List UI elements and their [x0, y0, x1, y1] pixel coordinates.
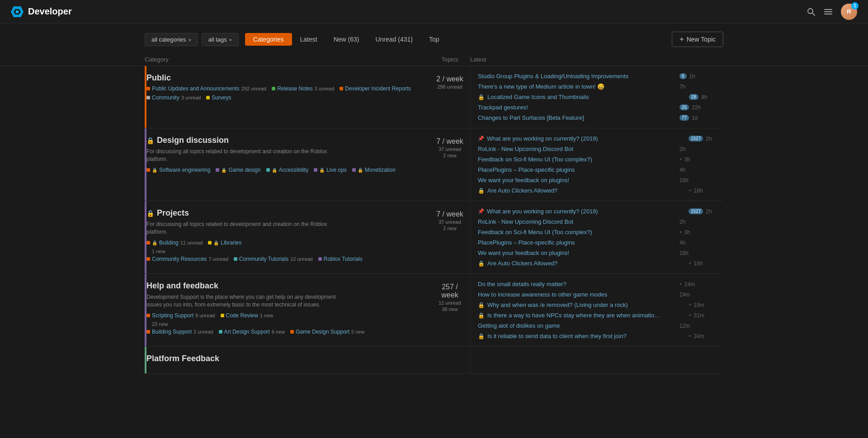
tab-new[interactable]: New (63): [326, 33, 368, 46]
subcat-link[interactable]: Public Updates and Announcements: [152, 85, 239, 92]
filter-bar: all categories ▸ all tags ▸ Categories L…: [0, 24, 868, 53]
topic-time: 12m: [679, 323, 692, 329]
subcat-link[interactable]: Scripting Support: [152, 312, 193, 319]
topic-link[interactable]: What are you working on currently? (2019…: [487, 135, 686, 142]
topic-badge: 5: [679, 73, 687, 79]
subcat-link[interactable]: Release Notes: [277, 85, 313, 92]
tab-latest[interactable]: Latest: [292, 33, 326, 46]
subcat-link[interactable]: Libraries: [221, 240, 241, 246]
category-info-projects: 🔒 Projects For discussing all topics rel…: [145, 201, 429, 273]
subcat-dot: [146, 241, 150, 245]
subcat-link[interactable]: Live ops: [326, 167, 347, 173]
subcat-count: 3 unread: [181, 95, 201, 100]
categories-dropdown-arrow: ▸: [189, 37, 191, 42]
topic-item: RoLink - New Upcoming Discord Bot 2h: [478, 217, 723, 226]
topic-time: 2h: [679, 146, 692, 152]
topic-link[interactable]: Studio Group Plugins & Loading/Unloading…: [478, 73, 677, 80]
tab-top[interactable]: Top: [421, 33, 448, 46]
subcat-liveops: Live ops: [314, 167, 347, 173]
subcat-link[interactable]: Code Review: [226, 312, 258, 319]
tags-dropdown[interactable]: all tags ▸: [202, 33, 239, 46]
subcat-link[interactable]: Community Resources: [152, 256, 207, 262]
topic-link[interactable]: Feedback on Sci-fi Menu UI (Too complex?…: [478, 156, 677, 163]
topic-item: 🔒 Are Auto Clickers Allowed? • 16h: [478, 186, 723, 195]
topic-link[interactable]: Changes to Part Surfaces [Beta Feature]: [478, 114, 677, 121]
category-row-platform: Platform Feedback: [145, 347, 723, 374]
subcat-dot: [314, 168, 317, 172]
topic-bullet: •: [679, 156, 682, 163]
subcat-link[interactable]: Game Design Support: [296, 329, 349, 335]
topic-link[interactable]: Are Auto Clickers Allowed?: [487, 187, 686, 194]
category-info-public: Public Public Updates and Announcements …: [145, 66, 429, 128]
subcat-link[interactable]: Accessibility: [279, 167, 308, 173]
topic-item: Studio Group Plugins & Loading/Unloading…: [478, 71, 723, 81]
topic-time: 2h: [706, 208, 718, 215]
topic-time: 4h: [679, 240, 692, 246]
logo[interactable]: Developer: [11, 5, 72, 18]
topic-link[interactable]: PlacePlugins – Place-specific plugins: [478, 239, 677, 246]
subcat-libraries: Libraries: [208, 240, 241, 246]
tags-dropdown-arrow: ▸: [230, 37, 232, 42]
topic-link[interactable]: We want your feedback on plugins!: [478, 177, 677, 184]
site-title: Developer: [28, 6, 72, 17]
subcat-accessibility: Accessibility: [266, 167, 308, 173]
subcat-link[interactable]: Surveys: [212, 94, 231, 101]
subcat-link[interactable]: Software engineering: [159, 167, 210, 173]
user-avatar[interactable]: R 1: [841, 4, 857, 20]
topic-locked-icon: 🔒: [478, 188, 485, 194]
subcat-link[interactable]: Roblox Tutorials: [324, 256, 363, 262]
topic-link[interactable]: What are you working on currently? (2019…: [487, 208, 686, 215]
subcat-link[interactable]: Building Support: [152, 329, 192, 335]
topic-link[interactable]: PlacePlugins – Place-specific plugins: [478, 166, 677, 173]
topic-link[interactable]: RoLink - New Upcoming Discord Bot: [478, 146, 677, 152]
subcat-link[interactable]: Building: [159, 240, 179, 246]
new-topic-button[interactable]: + New Topic: [672, 32, 723, 47]
topic-time: 24m: [684, 281, 697, 287]
topic-item: Feedback on Sci-fi Menu UI (Too complex?…: [478, 227, 723, 237]
subcat-count: 1 new: [260, 313, 273, 318]
topic-badge: 25: [679, 104, 689, 110]
notification-badge: 1: [851, 2, 859, 9]
category-stats-help: 257 / week 11 unread 38 new: [429, 274, 470, 346]
topic-link[interactable]: Feedback on Sci-fi Menu UI (Too complex?…: [478, 229, 677, 235]
topic-link[interactable]: Getting alot of dislikes on game: [478, 322, 677, 329]
category-row-design: 🔒 Design discussion For discussing all t…: [145, 128, 723, 201]
topic-locked-icon: 🔒: [478, 260, 485, 267]
subcat-link[interactable]: Developer Incident Reports: [345, 85, 410, 92]
subcat-art-design: Art Design Support 6 new: [219, 329, 285, 335]
topic-link[interactable]: Is there a way to have NPCs stay where t…: [487, 312, 686, 319]
subcat-count: 7 unread: [208, 256, 228, 262]
topic-link[interactable]: How to increase awareness to other game …: [478, 291, 677, 298]
topic-time: 7h: [679, 84, 692, 90]
topic-link[interactable]: Is it reliable to send data to client wh…: [487, 333, 686, 339]
topic-badge: 77: [679, 115, 689, 121]
subcat-link[interactable]: Art Design Support: [224, 329, 270, 335]
menu-button[interactable]: [824, 7, 833, 16]
search-button[interactable]: [807, 7, 816, 16]
tab-categories[interactable]: Categories: [245, 33, 292, 46]
topic-time: 18m: [694, 302, 707, 308]
subcat-link[interactable]: Monetization: [365, 167, 396, 173]
topic-time: 24m: [679, 292, 692, 298]
topic-link[interactable]: Why and when was /e removed? (Living und…: [487, 301, 686, 308]
topic-link[interactable]: Do the small details really matter?: [478, 281, 677, 287]
topic-link[interactable]: Localized Game Icons and Thumbnails: [487, 94, 686, 100]
category-info-design: 🔒 Design discussion For discussing all t…: [145, 128, 429, 201]
subcat-link[interactable]: Community Tutorials: [239, 256, 288, 262]
topic-link[interactable]: RoLink - New Upcoming Discord Bot: [478, 218, 677, 225]
subcat-link[interactable]: Community: [152, 94, 179, 101]
topic-link[interactable]: There's a new type of Medium article in …: [478, 83, 677, 90]
topic-link[interactable]: Trackpad gestures!: [478, 104, 677, 111]
new-topic-plus: +: [679, 35, 684, 43]
category-topics-projects: 📌 What are you working on currently? (20…: [470, 201, 723, 273]
subcat-link[interactable]: Game design: [228, 167, 260, 173]
subcat-scripting: Scripting Support 9 unread: [146, 312, 215, 319]
tab-unread[interactable]: Unread (431): [367, 33, 421, 46]
hamburger-icon: [824, 7, 833, 16]
categories-dropdown[interactable]: all categories ▸: [145, 33, 198, 46]
category-lock-icon: 🔒: [146, 210, 154, 217]
subcat-community: Community 3 unread: [146, 94, 201, 101]
topic-link[interactable]: Are Auto Clickers Allowed?: [487, 260, 686, 267]
topic-bullet: •: [689, 312, 691, 319]
topic-link[interactable]: We want your feedback on plugins!: [478, 250, 677, 256]
